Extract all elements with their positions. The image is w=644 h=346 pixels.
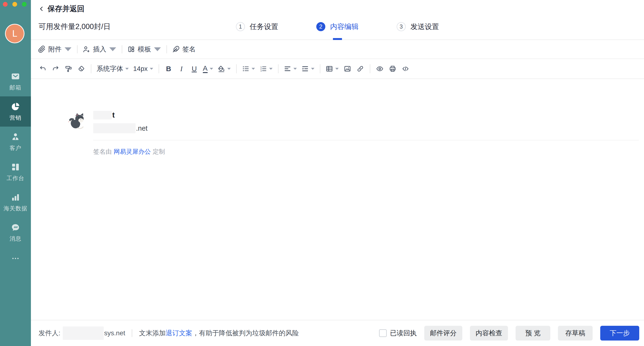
- signature-label: 签名: [182, 45, 196, 54]
- bold-button[interactable]: B: [163, 63, 174, 75]
- alignment-button[interactable]: [282, 65, 298, 73]
- save-and-return-button[interactable]: 保存并返回: [38, 4, 84, 14]
- divider: [122, 45, 122, 53]
- preview-button[interactable]: [374, 63, 386, 75]
- more-icon: [11, 254, 20, 263]
- indent-button[interactable]: [300, 65, 316, 73]
- step-indicator: 1 任务设置 2 内容编辑 3 发送设置: [31, 14, 644, 40]
- app-window: L 邮箱 营销: [0, 0, 644, 346]
- main-area: 保存并返回 可用发件量2,000封/日 1 任务设置 2 内容编辑 3 发送设置: [31, 0, 644, 346]
- chevron-down-icon: [293, 68, 297, 70]
- template-button[interactable]: 模板: [128, 45, 161, 54]
- step-content-editing[interactable]: 2 内容编辑: [316, 14, 358, 40]
- signature-button[interactable]: 签名: [172, 45, 196, 54]
- print-button[interactable]: [387, 63, 398, 75]
- lingxi-office-link[interactable]: 网易灵犀办公: [114, 148, 151, 155]
- italic-button[interactable]: I: [176, 63, 187, 75]
- subheader: 可用发件量2,000封/日 1 任务设置 2 内容编辑 3 发送设置: [31, 14, 644, 40]
- sidebar-item-more[interactable]: [0, 247, 31, 271]
- redacted-email: [93, 123, 136, 133]
- insert-label: 插入: [93, 45, 106, 54]
- chevron-down-icon: [335, 68, 339, 70]
- pie-chart-icon: [10, 102, 20, 112]
- unsubscribe-copy-link[interactable]: 退订文案: [166, 329, 192, 337]
- underline-icon: U: [192, 65, 197, 73]
- undo-button[interactable]: [37, 63, 48, 75]
- back-label: 保存并返回: [48, 4, 84, 14]
- email-score-button[interactable]: 邮件评分: [424, 326, 462, 340]
- sidebar-item-marketing[interactable]: 营销: [0, 96, 31, 127]
- sender-label: 发件人:: [38, 329, 60, 338]
- step-label: 任务设置: [250, 22, 278, 32]
- sidebar-item-workbench[interactable]: 工作台: [0, 157, 31, 187]
- format-painter-button[interactable]: [63, 63, 74, 75]
- image-button[interactable]: [342, 63, 353, 75]
- step-label: 内容编辑: [330, 22, 358, 32]
- step-task-settings[interactable]: 1 任务设置: [236, 14, 278, 40]
- font-family-select[interactable]: 系统字体: [95, 64, 130, 73]
- chevron-down-icon: [125, 68, 129, 70]
- sidebar: L 邮箱 营销: [0, 0, 31, 346]
- step-number: 3: [397, 22, 406, 31]
- window-controls: [3, 2, 27, 7]
- paint-bucket-icon: [218, 65, 225, 73]
- read-receipt-checkbox[interactable]: [379, 329, 387, 337]
- person-plus-icon: [83, 46, 90, 53]
- sidebar-item-label: 营销: [10, 114, 22, 122]
- content-check-button[interactable]: 内容检查: [470, 326, 508, 340]
- minimize-window-button[interactable]: [12, 2, 17, 7]
- paperclip-icon: [38, 46, 46, 53]
- signature-name-visible: t: [112, 111, 115, 119]
- divider: [370, 64, 370, 73]
- sidebar-item-label: 工作台: [7, 174, 24, 182]
- bulleted-list-button[interactable]: [240, 65, 256, 73]
- sidebar-item-mail[interactable]: 邮箱: [0, 66, 31, 96]
- insert-button[interactable]: 插入: [83, 45, 116, 54]
- next-step-button[interactable]: 下一步: [600, 326, 639, 340]
- unsubscribe-tip: 文末添加退订文案，有助于降低被判为垃圾邮件的风险: [139, 329, 299, 338]
- sidebar-item-customers[interactable]: 客户: [0, 127, 31, 157]
- step-send-settings[interactable]: 3 发送设置: [397, 14, 439, 40]
- sidebar-item-customs-data[interactable]: 海关数据: [0, 187, 31, 217]
- source-code-icon: [402, 65, 409, 73]
- divider: [77, 45, 78, 53]
- avatar-letter: L: [12, 29, 17, 39]
- indent-icon: [301, 65, 309, 73]
- numbered-list-icon: 1 2 3: [260, 65, 267, 73]
- font-color-icon: A: [203, 65, 208, 73]
- feather-pen-icon: [172, 46, 180, 53]
- link-icon: [356, 65, 364, 73]
- email-body-editor[interactable]: t .net 签名由网易灵犀办公定制: [31, 79, 644, 320]
- font-size-select[interactable]: 14px: [132, 65, 155, 73]
- preview-email-button[interactable]: 预 览: [516, 326, 550, 340]
- underline-button[interactable]: U: [188, 63, 200, 75]
- insert-toolbar: 附件 插入 模板: [31, 40, 644, 59]
- background-color-button[interactable]: [216, 65, 232, 73]
- close-window-button[interactable]: [3, 2, 8, 7]
- divider: [158, 64, 159, 73]
- source-code-button[interactable]: [400, 63, 411, 75]
- redo-button[interactable]: [50, 63, 61, 75]
- table-button[interactable]: [324, 65, 340, 73]
- eye-icon: [376, 65, 384, 73]
- bold-icon: B: [166, 65, 171, 73]
- zoom-window-button[interactable]: [22, 2, 27, 7]
- caption-prefix: 签名由: [93, 148, 112, 155]
- clear-format-button[interactable]: [76, 63, 87, 75]
- user-avatar[interactable]: L: [5, 24, 24, 43]
- attachment-button[interactable]: 附件: [38, 45, 72, 54]
- chat-icon: [10, 222, 20, 232]
- sidebar-item-messages[interactable]: 消息: [0, 217, 31, 247]
- template-label: 模板: [138, 45, 151, 54]
- step-label: 发送设置: [410, 22, 439, 32]
- save-draft-button[interactable]: 存草稿: [558, 326, 593, 340]
- link-button[interactable]: [354, 63, 366, 75]
- numbered-list-button[interactable]: 1 2 3: [258, 65, 274, 73]
- chevron-down-icon: [109, 46, 116, 53]
- font-color-button[interactable]: A: [202, 65, 215, 73]
- cat-avatar-image: [67, 111, 87, 131]
- footer-actions: 已读回执 邮件评分 内容检查 预 览 存草稿 下一步: [379, 326, 639, 340]
- sidebar-item-label: 客户: [10, 144, 22, 152]
- template-icon: [128, 46, 135, 53]
- signature-block: t .net 签名由网易灵犀办公定制: [67, 111, 639, 156]
